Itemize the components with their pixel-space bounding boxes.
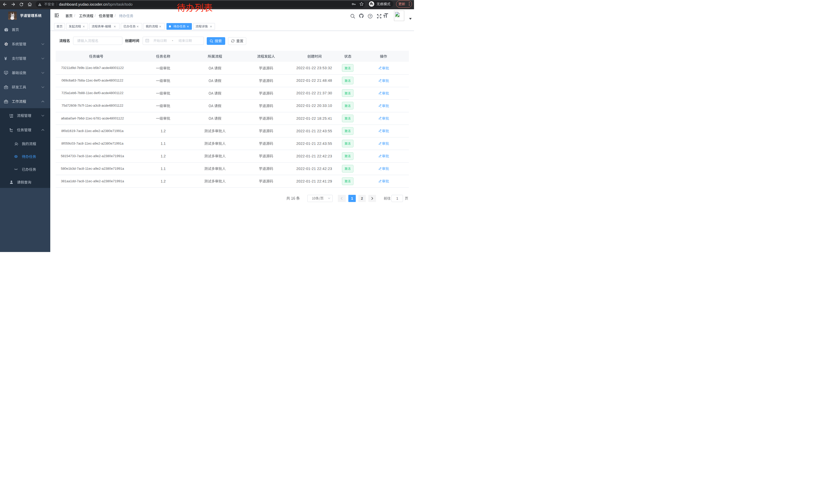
svg-text:?: ? [369,15,371,18]
